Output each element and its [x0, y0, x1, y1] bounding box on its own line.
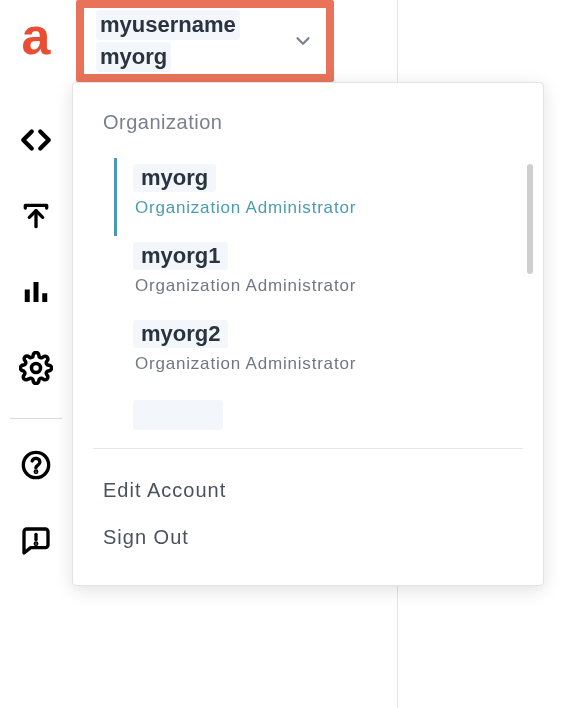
nav-analytics[interactable]	[18, 274, 54, 310]
edit-account-action[interactable]: Edit Account	[73, 467, 543, 514]
org-item-myorg2[interactable]: myorg2 Organization Administrator	[73, 314, 525, 392]
nav-settings[interactable]	[18, 350, 54, 386]
org-name: myorg2	[133, 320, 228, 348]
nav-help[interactable]	[18, 447, 54, 483]
svg-point-8	[35, 543, 37, 545]
org-item-placeholder	[133, 400, 223, 430]
svg-rect-2	[34, 282, 39, 302]
chevron-down-icon	[292, 30, 314, 52]
header-org: myorg	[96, 42, 171, 72]
svg-point-6	[35, 471, 37, 473]
app-logo: a	[22, 12, 51, 60]
dropdown-divider	[93, 448, 523, 449]
nav-divider	[10, 418, 62, 419]
org-item-myorg1[interactable]: myorg1 Organization Administrator	[73, 236, 525, 314]
nav-code[interactable]	[18, 122, 54, 158]
nav-upload[interactable]	[18, 198, 54, 234]
org-role: Organization Administrator	[133, 198, 525, 218]
bar-chart-icon	[21, 277, 51, 307]
org-role: Organization Administrator	[133, 354, 525, 374]
header-username: myusername	[96, 10, 240, 40]
left-nav-rail: a	[0, 0, 72, 708]
account-info: myusername myorg	[96, 10, 240, 71]
help-icon	[20, 449, 52, 481]
account-switcher-trigger[interactable]: myusername myorg	[76, 0, 334, 82]
org-name: myorg1	[133, 242, 228, 270]
svg-rect-3	[42, 293, 47, 302]
org-item-myorg[interactable]: myorg Organization Administrator	[114, 158, 525, 236]
sign-out-action[interactable]: Sign Out	[73, 514, 543, 561]
scrollbar-thumb[interactable]	[527, 164, 533, 274]
svg-rect-1	[25, 290, 30, 303]
svg-point-4	[31, 363, 40, 372]
upload-icon	[20, 200, 52, 232]
gear-icon	[19, 351, 53, 385]
org-name: myorg	[133, 164, 216, 192]
org-list: myorg Organization Administrator myorg1 …	[73, 158, 543, 430]
nav-feedback[interactable]	[18, 523, 54, 559]
dropdown-section-title: Organization	[73, 111, 543, 158]
feedback-icon	[20, 525, 52, 557]
org-role: Organization Administrator	[133, 276, 525, 296]
account-dropdown: Organization myorg Organization Administ…	[72, 82, 544, 586]
code-icon	[19, 123, 53, 157]
